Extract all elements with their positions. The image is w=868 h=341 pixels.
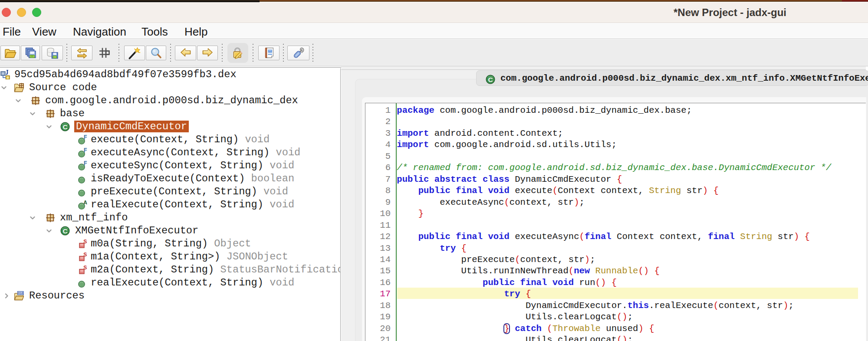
svg-text:S: S bbox=[83, 265, 87, 271]
svg-text:F: F bbox=[84, 148, 87, 154]
svg-text:C: C bbox=[488, 76, 493, 83]
svg-text:F: F bbox=[84, 135, 87, 141]
svg-text:010: 010 bbox=[18, 292, 23, 295]
svg-text:S: S bbox=[83, 239, 87, 245]
svg-text:F: F bbox=[84, 161, 87, 167]
svg-text:A: A bbox=[84, 200, 88, 206]
svg-text:C: C bbox=[62, 123, 67, 131]
svg-text:S: S bbox=[83, 252, 87, 258]
svg-text:C: C bbox=[62, 227, 67, 235]
